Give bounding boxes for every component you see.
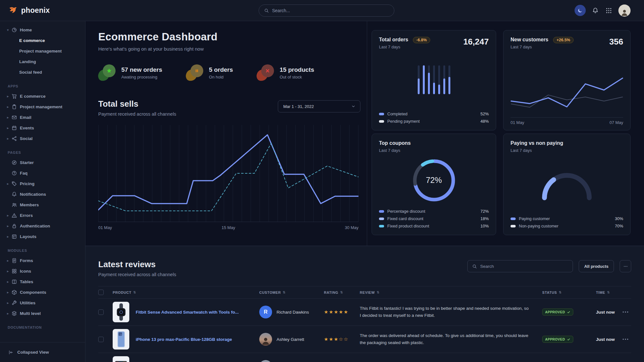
rating-stars: ★★★☆☆ (324, 336, 360, 342)
stat-icon-wrap (186, 64, 204, 81)
column-label: STATUS (542, 291, 557, 294)
column-label: RATING (324, 291, 338, 294)
legend-swatch (379, 218, 384, 220)
person-icon (261, 336, 270, 346)
customer-name: Richard Dawkins (277, 310, 309, 315)
caret-right-icon: ▸ (7, 116, 12, 119)
header-checkbox[interactable] (98, 290, 104, 295)
column-header-product[interactable]: PRODUCT⇅ (113, 291, 259, 294)
row-menu-button[interactable] (622, 308, 629, 316)
sidebar-item-tables[interactable]: ▸Tables (0, 277, 85, 287)
order-bar-fill (428, 73, 430, 95)
sidebar-item-social[interactable]: ▸Social (0, 134, 85, 144)
caret-right-icon: ▸ (7, 235, 12, 238)
sidebar-item-icons[interactable]: ▸Icons (0, 266, 85, 276)
stat-15-products: 15 productsOut of stock (257, 64, 314, 81)
sidebar-item-label: Notifications (20, 192, 46, 197)
row-checkbox[interactable] (98, 309, 104, 315)
sidebar-item-project-management[interactable]: ▸Project management (0, 102, 85, 112)
stat-text: 15 productsOut of stock (280, 66, 314, 79)
sidebar-item-layouts[interactable]: ▸Layouts (0, 232, 85, 242)
global-search[interactable] (259, 4, 394, 17)
latest-reviews-title: Latest reviews (98, 259, 176, 269)
column-header-time[interactable]: TIME⇅ (596, 291, 622, 294)
column-header-rating[interactable]: RATING⇅ (324, 291, 360, 294)
row-checkbox[interactable] (98, 337, 104, 342)
order-bar-fill (418, 78, 420, 95)
brand[interactable]: phoenix (0, 6, 50, 15)
user-avatar[interactable] (618, 4, 631, 17)
users-icon (12, 202, 17, 208)
notifications-button[interactable] (592, 7, 599, 14)
sidebar-item-home[interactable]: ▾Home (0, 25, 85, 35)
status-cell: APPROVED (542, 336, 596, 343)
stat-value: 15 products (280, 66, 314, 73)
sidebar-item-multi-level[interactable]: ▸Multi level (0, 309, 85, 318)
column-header-customer[interactable]: CUSTOMER⇅ (259, 291, 324, 294)
page-title: Ecommerce Dashboard (98, 31, 360, 43)
caret-right-icon: ▸ (7, 280, 12, 284)
product-link[interactable]: Fitbit Sense Advanced Smartwatch with To… (136, 310, 239, 315)
columns-icon (12, 279, 17, 284)
sidebar-item-social-feed[interactable]: Social feed (0, 67, 85, 77)
table-row: It's a Mac, after all. Once you've gone … (98, 353, 631, 362)
column-header-status[interactable]: STATUS⇅ (542, 291, 596, 294)
dashboard-top: Ecommerce Dashboard Here's what's going … (85, 21, 644, 246)
sidebar-item-e-commerce[interactable]: E commerce (0, 36, 85, 45)
stat-text: 57 new ordersAwating processing (121, 66, 162, 79)
legend-row: Pending payment48% (379, 118, 489, 125)
app: phoenix ▾HomeE commerceProject managemen… (0, 0, 644, 362)
product-link[interactable]: iPhone 13 pro max-Pacific Blue-128GB sto… (136, 337, 232, 342)
column-header-review[interactable]: REVIEW⇅ (360, 291, 542, 294)
legend-value: 10% (480, 224, 489, 228)
top-coupons-chart: 72% (410, 156, 458, 204)
reviews-more-button[interactable] (620, 260, 631, 272)
sidebar-item-project-management[interactable]: Project management (0, 46, 85, 56)
sidebar-item-utilities[interactable]: ▸Utilities (0, 298, 85, 308)
sidebar-item-landing[interactable]: Landing (0, 57, 85, 67)
tag-icon (12, 181, 17, 186)
order-bar-fill (438, 85, 440, 94)
date-range-value: Mar 1 - 31, 2022 (283, 104, 314, 109)
sidebar-item-faq[interactable]: Faq (0, 168, 85, 178)
date-range-select[interactable]: Mar 1 - 31, 2022 (278, 100, 360, 112)
sidebar-nav: ▾HomeE commerceProject managementLanding… (0, 21, 85, 342)
collapse-view-button[interactable]: Collapsed View (0, 342, 85, 362)
sidebar-item-events[interactable]: ▸Events (0, 123, 85, 133)
sidebar-item-notifications[interactable]: Notifications (0, 189, 85, 199)
global-search-input[interactable] (272, 8, 389, 13)
x-tick: 01 May (511, 120, 524, 125)
sidebar-item-email[interactable]: ▸Email (0, 112, 85, 122)
reviews-search[interactable] (467, 260, 573, 272)
sidebar-item-authentication[interactable]: ▸Authentication (0, 221, 85, 231)
caret-right-icon: ▸ (7, 224, 12, 228)
total-orders-title: Total orders (379, 37, 408, 42)
sidebar-item-members[interactable]: Members (0, 200, 85, 210)
total-orders-badge: -6.8% (413, 37, 431, 43)
top-coupons-period: Last 7 days (379, 148, 411, 153)
apps-grid-button[interactable] (605, 7, 613, 14)
stat-label: Out of stock (280, 75, 314, 79)
sidebar-item-errors[interactable]: ▸Errors (0, 210, 85, 220)
sidebar-item-forms[interactable]: ▸Forms (0, 256, 85, 266)
all-products-button[interactable]: All products (579, 260, 614, 272)
star-icon (106, 68, 112, 74)
sidebar-item-label: E commerce (19, 38, 45, 43)
caret-right-icon: ▸ (7, 269, 12, 273)
legend-swatch (379, 210, 384, 213)
sort-icon: ⇅ (340, 291, 343, 294)
sidebar-item-e-commerce[interactable]: ▸E commerce (0, 91, 85, 101)
new-customers-title: New customers (511, 37, 548, 42)
sidebar-item-pricing[interactable]: ▸Pricing (0, 179, 85, 189)
sidebar-item-components[interactable]: ▸Components (0, 287, 85, 297)
order-bar (428, 65, 430, 94)
legend-label: Paying customer (519, 216, 550, 221)
latest-reviews-subtitle: Payment received across all channels (98, 272, 176, 277)
row-menu-button[interactable] (622, 335, 629, 343)
sidebar-item-label: E commerce (20, 94, 45, 99)
sidebar-section-label-documentation: DOCUMENTATION (0, 319, 85, 333)
sidebar-item-starter[interactable]: Starter (0, 158, 85, 168)
paying-gauge-chart (536, 166, 597, 202)
theme-toggle-button[interactable] (575, 5, 586, 16)
reviews-search-input[interactable] (480, 264, 568, 269)
